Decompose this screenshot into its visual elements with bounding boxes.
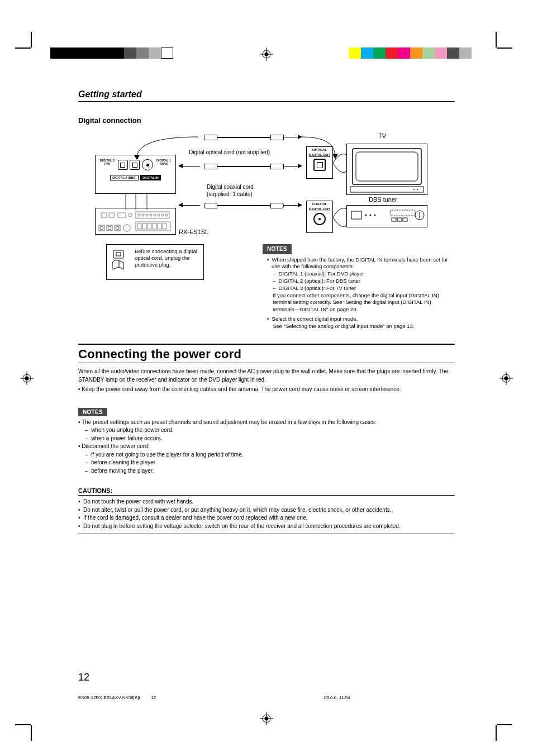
svg-rect-16 bbox=[99, 225, 104, 231]
svg-rect-23 bbox=[136, 222, 170, 231]
svg-rect-27 bbox=[153, 224, 156, 229]
svg-rect-60 bbox=[392, 218, 396, 221]
digital-in-label: DIGITAL IN bbox=[140, 175, 161, 180]
dbs-tuner-device bbox=[346, 205, 427, 227]
svg-point-19 bbox=[108, 226, 111, 230]
svg-point-54 bbox=[417, 189, 418, 190]
tv-device bbox=[346, 144, 427, 195]
grayscale-bar bbox=[50, 47, 173, 59]
svg-point-39 bbox=[154, 214, 156, 216]
protective-plug-icon bbox=[111, 249, 130, 272]
svg-point-36 bbox=[142, 214, 144, 216]
footer-timestamp: 03.6.6, 11:54 bbox=[324, 695, 350, 700]
registration-mark-icon bbox=[20, 372, 34, 385]
page-number: 12 bbox=[78, 672, 89, 683]
svg-rect-55 bbox=[351, 211, 361, 219]
svg-point-17 bbox=[100, 226, 103, 230]
optical-digital-out: OPTICAL DIGITAL OUT bbox=[306, 146, 333, 179]
svg-rect-18 bbox=[107, 225, 112, 231]
coaxial-cord-label: Digital coaxial cord bbox=[207, 184, 254, 190]
connection-diagram: DIGITAL 3(TV) DIGITAL 1(DVD) DIGITAL 2 (… bbox=[95, 132, 455, 339]
tv-label: TV bbox=[378, 132, 386, 139]
svg-rect-29 bbox=[163, 224, 166, 229]
svg-rect-62 bbox=[403, 218, 407, 221]
svg-rect-43 bbox=[113, 250, 123, 258]
svg-marker-48 bbox=[134, 155, 140, 159]
registration-mark-icon bbox=[260, 47, 273, 61]
registration-mark-icon bbox=[499, 372, 513, 385]
svg-rect-50 bbox=[353, 149, 421, 184]
digital3-label: DIGITAL 3(TV) bbox=[99, 159, 116, 165]
notes-block: NOTES • When shipped from the factory, t… bbox=[263, 244, 453, 330]
svg-rect-25 bbox=[142, 224, 146, 229]
svg-rect-61 bbox=[397, 218, 402, 221]
svg-point-33 bbox=[129, 213, 132, 217]
protective-plug-text: Before connecting a digital optical cord… bbox=[135, 248, 197, 268]
svg-rect-20 bbox=[115, 225, 120, 231]
optical-plug-icon bbox=[270, 135, 284, 140]
svg-rect-26 bbox=[147, 224, 151, 229]
section-title: Getting started bbox=[78, 89, 455, 102]
power-cord-body: When all the audio/video connections hav… bbox=[78, 368, 455, 394]
svg-point-56 bbox=[365, 215, 367, 216]
notes-badge: NOTES bbox=[263, 244, 292, 254]
svg-point-38 bbox=[150, 214, 152, 216]
optical-plug-icon bbox=[270, 164, 284, 169]
svg-rect-59 bbox=[391, 210, 415, 216]
footer-page-small: 12 bbox=[151, 695, 156, 700]
coaxial-digital-out: COAXIAL DIGITAL OUT bbox=[306, 201, 333, 233]
svg-rect-44 bbox=[116, 253, 121, 256]
cautions-title: CAUTIONS: bbox=[78, 487, 455, 494]
optical-plug-icon bbox=[204, 164, 217, 169]
digital1-label: DIGITAL 1(DVD) bbox=[155, 159, 172, 165]
svg-rect-52 bbox=[350, 187, 423, 192]
svg-rect-34 bbox=[136, 212, 169, 218]
optical-cord-label: Digital optical cord (not supplied) bbox=[189, 149, 270, 155]
coaxial-supplied-label: (supplied: 1 cable) bbox=[207, 191, 253, 197]
color-bar bbox=[349, 47, 472, 59]
notes-badge: NOTES bbox=[78, 408, 107, 416]
notes-block-2: NOTES • The preset settings such as pres… bbox=[78, 406, 455, 476]
svg-rect-28 bbox=[158, 224, 161, 229]
digital2-label: DIGITAL 2 (DBS) bbox=[110, 175, 139, 180]
svg-point-22 bbox=[123, 225, 130, 231]
svg-point-57 bbox=[370, 215, 372, 216]
svg-rect-32 bbox=[118, 213, 126, 217]
svg-point-21 bbox=[116, 226, 119, 230]
svg-point-41 bbox=[161, 214, 164, 216]
svg-point-35 bbox=[138, 214, 140, 216]
power-cord-heading: Connecting the power cord bbox=[78, 344, 455, 363]
svg-point-53 bbox=[413, 189, 415, 190]
svg-point-40 bbox=[158, 214, 160, 216]
subsection-title: Digital connection bbox=[78, 116, 455, 125]
receiver-rear-panel bbox=[95, 208, 176, 235]
digital-in-panel: DIGITAL 3(TV) DIGITAL 1(DVD) DIGITAL 2 (… bbox=[95, 155, 176, 194]
cautions-body: • Do not touch the power cord with wet h… bbox=[78, 498, 455, 530]
dbs-label: DBS tuner bbox=[369, 196, 397, 203]
svg-point-58 bbox=[374, 215, 376, 216]
svg-rect-24 bbox=[137, 224, 141, 229]
protective-plug-note: Before connecting a digital optical cord… bbox=[106, 244, 204, 280]
svg-rect-51 bbox=[356, 152, 418, 181]
coax-plug-icon bbox=[204, 203, 217, 208]
receiver-name: RX-ES1SL bbox=[179, 229, 208, 235]
coax-plug-icon bbox=[270, 203, 284, 208]
svg-point-37 bbox=[146, 214, 148, 216]
registration-mark-icon bbox=[260, 712, 273, 725]
footer-filename: EN09-12RX-ES1&XV-NK58[A]f bbox=[78, 695, 140, 700]
svg-rect-31 bbox=[109, 213, 115, 217]
svg-point-42 bbox=[165, 214, 168, 216]
svg-rect-30 bbox=[101, 213, 107, 217]
